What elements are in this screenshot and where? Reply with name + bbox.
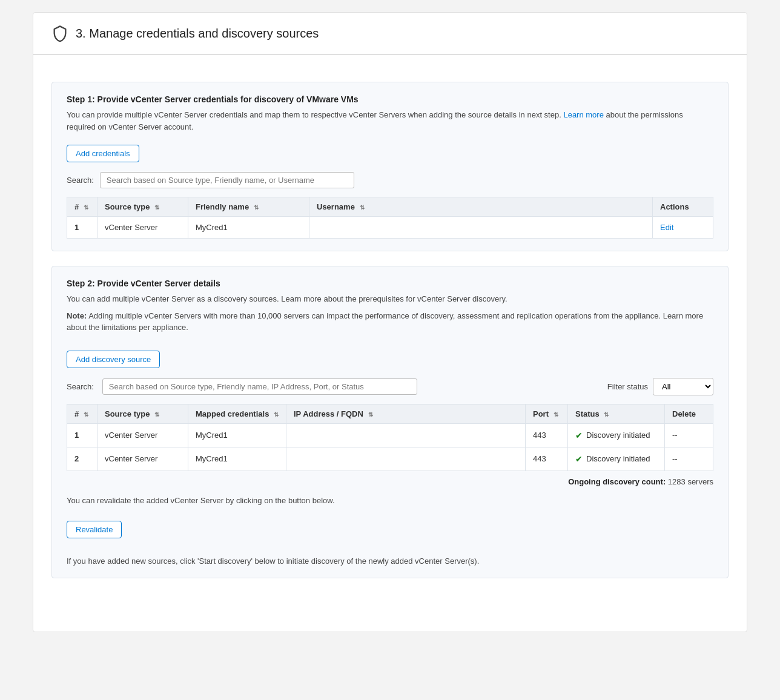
ongoing-label: Ongoing discovery count: (568, 477, 666, 486)
col2-header-ip: IP Address / FQDN ⇅ (286, 404, 526, 423)
col2-header-num: # ⇅ (67, 404, 98, 423)
step2-desc1: You can add multiple vCenter Server as a… (67, 293, 713, 305)
cell-delete: -- (665, 447, 713, 471)
cell-num: 1 (67, 423, 98, 447)
cell-source-type: vCenter Server (98, 423, 188, 447)
col-header-friendly-name: Friendly name ⇅ (188, 197, 309, 217)
sort-icon-source[interactable]: ⇅ (154, 204, 159, 211)
check-icon: ✔ (575, 431, 583, 440)
check-icon: ✔ (575, 454, 583, 464)
sort2-icon-num[interactable]: ⇅ (84, 411, 88, 418)
step1-search-label: Search: (67, 176, 94, 185)
divider (33, 54, 747, 55)
step1-table: # ⇅ Source type ⇅ Friendly name ⇅ User (67, 197, 713, 239)
sort2-icon-mapped[interactable]: ⇅ (274, 411, 279, 418)
status-text: Discovery initiated (586, 430, 650, 441)
step1-title: Step 1: Provide vCenter Server credentia… (67, 94, 713, 104)
table-row: 2 vCenter Server MyCred1 443 ✔ Discovery… (67, 447, 713, 471)
col-header-actions: Actions (653, 197, 713, 217)
col-header-source-type: Source type ⇅ (98, 197, 188, 217)
filter-status-label: Filter status (607, 382, 648, 391)
col2-header-source-type: Source type ⇅ (98, 404, 188, 423)
cell-ip (286, 447, 526, 471)
sort-icon-friendly[interactable]: ⇅ (254, 204, 259, 211)
sort-icon-num[interactable]: ⇅ (84, 204, 88, 211)
step2-learn-more-link1[interactable]: Learn more (281, 294, 321, 303)
cell-mapped-creds: MyCred1 (188, 423, 286, 447)
revalidate-desc: You can revalidate the added vCenter Ser… (67, 496, 713, 505)
step2-search-label: Search: (67, 382, 94, 391)
content-area: Step 1: Provide vCenter Server credentia… (33, 67, 747, 607)
step2-card: Step 2: Provide vCenter Server details Y… (51, 266, 729, 578)
col2-header-delete: Delete (665, 404, 713, 423)
step2-search-input[interactable] (102, 378, 417, 395)
cell-port: 443 (526, 447, 568, 471)
col2-header-mapped: Mapped credentials ⇅ (188, 404, 286, 423)
page-container: 3. Manage credentials and discovery sour… (33, 12, 747, 632)
cell-username (309, 217, 653, 239)
cell-num: 1 (67, 217, 98, 239)
cell-action: Edit (653, 217, 713, 239)
cell-mapped-creds: MyCred1 (188, 447, 286, 471)
step2-title: Step 2: Provide vCenter Server details (67, 279, 713, 288)
sort2-icon-ip[interactable]: ⇅ (368, 411, 373, 418)
ongoing-discovery-row: Ongoing discovery count: 1283 servers (67, 477, 713, 486)
page-title: 3. Manage credentials and discovery sour… (76, 27, 319, 41)
add-credentials-button[interactable]: Add credentials (67, 145, 139, 162)
sort-icon-username[interactable]: ⇅ (360, 204, 365, 211)
sort2-icon-source[interactable]: ⇅ (154, 411, 159, 418)
shield-icon (51, 25, 68, 42)
table-row: 1 vCenter Server MyCred1 443 ✔ Discovery… (67, 423, 713, 447)
col2-header-port: Port ⇅ (526, 404, 568, 423)
step1-search-input[interactable] (100, 172, 354, 188)
filter-status-wrap: Filter status All Active Inactive (607, 378, 713, 395)
status-text: Discovery initiated (586, 454, 650, 464)
step1-search-row: Search: (67, 172, 713, 188)
cell-friendly-name: MyCred1 (188, 217, 309, 239)
edit-link[interactable]: Edit (660, 223, 673, 232)
cell-delete: -- (665, 423, 713, 447)
cell-source-type: vCenter Server (98, 447, 188, 471)
sort2-icon-status[interactable]: ⇅ (604, 411, 609, 418)
col-header-username: Username ⇅ (309, 197, 653, 217)
revalidate-button[interactable]: Revalidate (67, 521, 122, 538)
ongoing-value: 1283 servers (668, 477, 713, 486)
step1-card: Step 1: Provide vCenter Server credentia… (51, 82, 729, 251)
cell-ip (286, 423, 526, 447)
filter-status-select[interactable]: All Active Inactive (653, 378, 713, 395)
cell-port: 443 (526, 423, 568, 447)
table-row: 1 vCenter Server MyCred1 Edit (67, 217, 713, 239)
cell-status: ✔ Discovery initiated (568, 423, 665, 447)
page-header: 3. Manage credentials and discovery sour… (33, 13, 747, 54)
step2-note: Note: Adding multiple vCenter Servers wi… (67, 310, 713, 334)
sort2-icon-port[interactable]: ⇅ (554, 411, 558, 418)
step1-learn-more-link[interactable]: Learn more (563, 110, 603, 119)
footer-note: If you have added new sources, click 'St… (67, 556, 713, 566)
cell-num: 2 (67, 447, 98, 471)
step2-table: # ⇅ Source type ⇅ Mapped credentials ⇅ (67, 404, 713, 471)
cell-source-type: vCenter Server (98, 217, 188, 239)
col2-header-status: Status ⇅ (568, 404, 665, 423)
add-discovery-source-button[interactable]: Add discovery source (67, 351, 160, 368)
step1-description: You can provide multiple vCenter Server … (67, 109, 713, 133)
step2-learn-more-link2[interactable]: Learn more (663, 311, 703, 320)
step2-filter-row: Search: Filter status All Active Inactiv… (67, 378, 713, 395)
col-header-num: # ⇅ (67, 197, 98, 217)
revalidate-section: You can revalidate the added vCenter Ser… (67, 496, 713, 548)
cell-status: ✔ Discovery initiated (568, 447, 665, 471)
